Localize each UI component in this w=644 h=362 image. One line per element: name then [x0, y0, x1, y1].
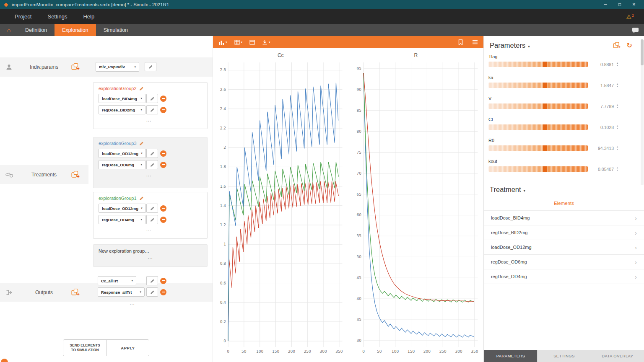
group-more-button[interactable]: …	[99, 116, 199, 123]
reset-parameters-icon[interactable]: ↻	[627, 41, 632, 49]
svg-text:0: 0	[362, 349, 365, 354]
edit-treatment-button[interactable]	[146, 105, 158, 114]
output-dropdown[interactable]: Response_allTrt▾	[98, 287, 145, 297]
group-more-button[interactable]: …	[99, 171, 199, 178]
group-more-button[interactable]: …	[99, 226, 199, 233]
chart-grid-button[interactable]: ▾	[234, 40, 243, 45]
new-group-placeholder[interactable]: New exploration group…	[99, 248, 202, 253]
edit-treatment-button[interactable]	[146, 94, 158, 103]
new-exploration-group-card[interactable]: New exploration group… …	[93, 244, 208, 267]
caret-down-icon[interactable]: ▾	[528, 44, 530, 49]
spinner-down-icon[interactable]: ▾	[617, 106, 618, 109]
spinner-down-icon[interactable]: ▾	[617, 85, 618, 88]
spinner-down-icon[interactable]: ▾	[617, 65, 618, 67]
warnings-indicator[interactable]: ⚠ 2	[626, 14, 637, 20]
parameter-spinner[interactable]: ▴▾	[617, 167, 618, 171]
parameter-spinner[interactable]: ▴▾	[617, 146, 618, 150]
parameter-slider[interactable]	[488, 166, 588, 172]
tab-simulation[interactable]: Simulation	[96, 24, 135, 36]
indiv-param-dropdown[interactable]: mlx_PopIndiv ▾	[96, 62, 139, 72]
remove-treatment-icon[interactable]	[160, 205, 166, 212]
edit-group-icon[interactable]	[139, 141, 144, 146]
spinner-down-icon[interactable]: ▾	[617, 127, 618, 129]
download-button[interactable]: ▾	[262, 39, 270, 45]
parameter-spinner[interactable]: ▴▾	[617, 104, 618, 109]
send-to-simulation-button[interactable]: SEND ELEMENTS TO SIMULATION	[63, 340, 107, 356]
new-group-more-button[interactable]: …	[99, 254, 202, 260]
parameter-spinner[interactable]: ▴▾	[617, 83, 618, 88]
tab-settings[interactable]: SETTINGS	[537, 350, 590, 362]
apply-button[interactable]: APPLY	[107, 340, 149, 356]
list-item[interactable]: loadDose_BID4mg ›	[484, 211, 644, 225]
parameter-slider[interactable]	[488, 83, 588, 88]
add-treatment-icon[interactable]	[71, 171, 80, 178]
spinner-down-icon[interactable]: ▾	[617, 148, 618, 150]
spinner-down-icon[interactable]: ▾	[617, 169, 618, 171]
parameter-slider[interactable]	[488, 145, 588, 151]
maximize-button[interactable]: □	[613, 0, 626, 9]
chart-layout-button[interactable]	[249, 40, 255, 45]
treatment-dropdown[interactable]: loadDose_OD12mg▾	[99, 149, 146, 158]
menu-settings[interactable]: Settings	[39, 13, 75, 20]
remove-output-icon[interactable]	[160, 278, 166, 284]
scrollbar[interactable]	[641, 39, 644, 185]
list-item[interactable]: regDose_BID2mg ›	[484, 225, 644, 240]
treatment-label: loadDose_OD12mg	[102, 206, 138, 211]
remove-treatment-icon[interactable]	[160, 217, 166, 223]
treatment-dropdown[interactable]: loadDose_BID4mg▾	[99, 94, 145, 103]
tab-elements[interactable]: Elements	[484, 197, 644, 211]
export-parameters-icon[interactable]	[613, 42, 621, 49]
exploration-group-card: explorationGroup2 loadDose_BID4mg▾ regDo…	[93, 82, 208, 129]
remove-treatment-icon[interactable]	[160, 107, 166, 113]
edit-indiv-param-button[interactable]	[145, 62, 156, 71]
tab-exploration[interactable]: Exploration	[55, 24, 96, 36]
chat-icon[interactable]	[632, 24, 644, 36]
edit-treatment-button[interactable]	[146, 160, 158, 169]
list-item[interactable]: regDose_OD4mg ›	[484, 269, 644, 284]
edit-output-button[interactable]	[146, 276, 158, 285]
add-indiv-param-icon[interactable]	[71, 63, 80, 71]
menu-project[interactable]: Project	[7, 13, 39, 20]
parameters-header: Parameters ▾ ↻	[484, 36, 644, 53]
treatment-element-label: loadDose_OD12mg	[491, 245, 532, 250]
menu-icon[interactable]	[472, 40, 478, 44]
tab-definition[interactable]: Definition	[18, 24, 55, 36]
tab-parameters[interactable]: PARAMETERS	[484, 350, 537, 362]
edit-group-icon[interactable]	[139, 86, 144, 91]
edit-treatment-button[interactable]	[146, 215, 158, 224]
treatment-dropdown[interactable]: regDose_OD4mg▾	[99, 215, 145, 224]
menu-help[interactable]: Help	[75, 13, 102, 20]
chart-type-button[interactable]: ▾	[218, 40, 227, 45]
svg-text:250: 250	[439, 349, 446, 354]
minimize-button[interactable]: ─	[599, 0, 612, 9]
parameter-slider[interactable]	[488, 103, 588, 109]
parameter-spinner[interactable]: ▴▾	[617, 62, 618, 67]
add-output-icon[interactable]	[71, 288, 80, 296]
parameter-slider[interactable]	[488, 124, 588, 130]
treatment-dropdown[interactable]: loadDose_OD12mg▾	[99, 204, 146, 213]
list-item[interactable]: loadDose_OD12mg ›	[484, 240, 644, 255]
remove-treatment-icon[interactable]	[160, 96, 166, 102]
output-dropdown[interactable]: Cc_allTrt▾	[98, 276, 136, 285]
edit-treatment-button[interactable]	[146, 149, 158, 158]
outputs-more-button[interactable]: …	[98, 300, 166, 306]
treatment-dropdown[interactable]: regDose_OD6mg▾	[99, 160, 145, 169]
caret-down-icon[interactable]: ▾	[524, 189, 526, 193]
edit-treatment-button[interactable]	[146, 204, 158, 213]
treatment-dropdown[interactable]: regDose_BID2mg▾	[99, 105, 145, 114]
edit-output-button[interactable]	[146, 287, 158, 297]
home-icon[interactable]: ⌂	[0, 24, 18, 36]
scrollbar-thumb[interactable]	[641, 39, 644, 65]
parameter-name: kout	[488, 159, 635, 164]
edit-group-icon[interactable]	[139, 196, 144, 201]
parameter-spinner[interactable]: ▴▾	[617, 125, 618, 129]
remove-treatment-icon[interactable]	[160, 150, 166, 157]
notification-dot[interactable]	[1, 359, 8, 362]
tab-data-overlay[interactable]: DATA OVERLAY	[591, 350, 644, 362]
parameter-slider[interactable]	[488, 62, 588, 67]
list-item[interactable]: regDose_OD6mg ›	[484, 255, 644, 269]
remove-output-icon[interactable]	[160, 289, 166, 295]
remove-treatment-icon[interactable]	[160, 162, 166, 168]
close-button[interactable]: ✕	[627, 0, 641, 9]
bookmark-icon[interactable]	[458, 39, 463, 45]
